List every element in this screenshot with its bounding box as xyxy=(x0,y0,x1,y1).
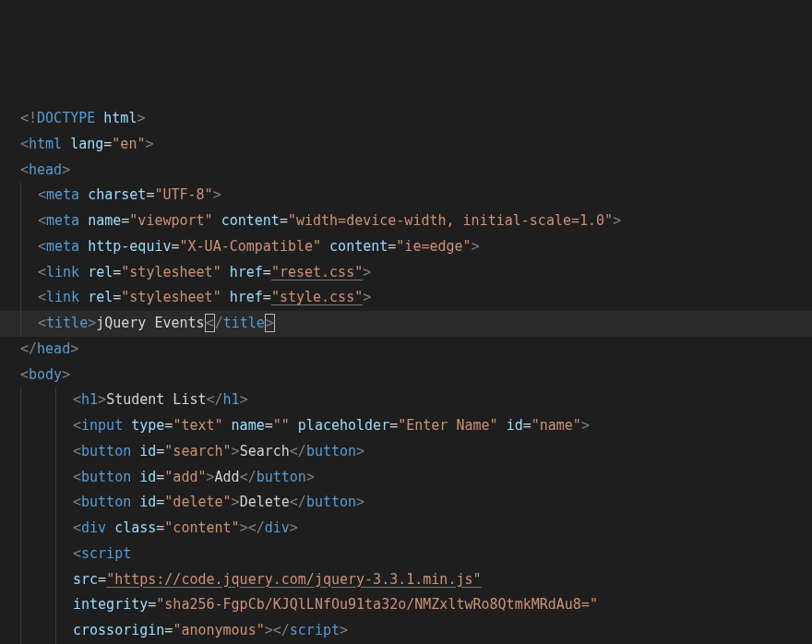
code-text xyxy=(290,417,298,434)
string-literal: "anonymous" xyxy=(173,622,264,638)
code-line-7[interactable]: <link rel="stylesheet" href="reset.css"> xyxy=(0,260,812,286)
angle-bracket: < xyxy=(290,443,298,459)
angle-bracket: > xyxy=(98,391,106,408)
angle-bracket: > xyxy=(62,366,70,383)
code-text: = xyxy=(280,212,288,229)
code-line-19[interactable]: src="https://code.jquery.com/jquery-3.3.… xyxy=(0,567,812,593)
angle-bracket: > xyxy=(240,391,248,408)
attr-name: class xyxy=(114,519,156,536)
string-literal: "style.css" xyxy=(271,289,363,305)
code-text: = xyxy=(172,238,180,255)
indent-guide xyxy=(55,567,56,593)
code-line-17[interactable]: <div class="content"></div> xyxy=(0,516,812,542)
indent-guide xyxy=(55,490,56,516)
attr-name: href xyxy=(230,264,263,280)
code-text xyxy=(79,186,88,203)
code-line-21[interactable]: crossorigin="anonymous"></script> xyxy=(0,618,812,644)
attr-name: id xyxy=(139,469,156,485)
angle-bracket: / xyxy=(215,391,223,408)
string-literal: "content" xyxy=(164,519,239,536)
indent-guide xyxy=(20,388,21,413)
code-text: = xyxy=(388,238,396,255)
attr-name: html xyxy=(103,110,137,126)
code-text: jQuery Events xyxy=(96,315,204,331)
tag-name: meta xyxy=(46,186,79,203)
code-line-10[interactable]: </head> xyxy=(0,337,812,363)
code-line-6[interactable]: <meta http-equiv="X-UA-Compatible" conte… xyxy=(0,234,812,260)
string-literal: "" xyxy=(273,417,290,434)
code-text xyxy=(123,417,131,434)
code-text xyxy=(131,443,139,459)
code-text: = xyxy=(156,469,164,485)
code-editor[interactable]: <!DOCTYPE html><html lang="en"><head><me… xyxy=(0,106,812,644)
code-line-2[interactable]: <html lang="en"> xyxy=(0,132,812,158)
angle-bracket: > xyxy=(240,519,248,536)
code-line-15[interactable]: <button id="add">Add</button> xyxy=(0,465,812,491)
angle-bracket: / xyxy=(298,443,306,459)
string-literal: "reset.css" xyxy=(271,264,363,280)
code-line-11[interactable]: <body> xyxy=(0,363,812,388)
code-text: = xyxy=(265,417,273,434)
attr-name: id xyxy=(507,417,523,434)
string-literal: "UTF-8" xyxy=(154,186,212,203)
tag-name: button xyxy=(81,494,131,510)
code-line-3[interactable]: <head> xyxy=(0,158,812,184)
string-literal: "search" xyxy=(164,443,231,459)
tag-name: div xyxy=(81,519,106,536)
angle-bracket: > xyxy=(137,110,145,126)
string-literal: "stylesheet" xyxy=(121,264,221,280)
angle-bracket: < xyxy=(20,340,29,357)
angle-bracket: > xyxy=(70,340,78,357)
angle-bracket: > xyxy=(363,289,371,305)
angle-bracket: < xyxy=(73,545,81,562)
string-literal: "add" xyxy=(164,469,206,485)
code-line-20[interactable]: integrity="sha256-FgpCb/KJQlLNfOu91ta32o… xyxy=(0,592,812,618)
code-line-16[interactable]: <button id="delete">Delete</button> xyxy=(0,490,812,516)
indent-guide xyxy=(55,618,56,644)
code-text xyxy=(79,238,88,255)
angle-bracket: / xyxy=(257,519,265,536)
attr-name: name xyxy=(88,212,121,229)
indent-guide xyxy=(20,490,21,516)
tag-name: h1 xyxy=(223,391,240,408)
code-line-4[interactable]: <meta charset="UTF-8"> xyxy=(0,183,812,209)
attr-name: src xyxy=(73,571,98,588)
code-text: Delete xyxy=(240,494,290,510)
angle-bracket: > xyxy=(290,519,298,536)
code-text xyxy=(79,264,88,280)
attr-name: placeholder xyxy=(298,417,389,434)
code-line-12[interactable]: <h1>Student List</h1> xyxy=(0,388,812,413)
code-line-5[interactable]: <meta name="viewport" content="width=dev… xyxy=(0,209,812,234)
tag-name: div xyxy=(265,519,290,536)
code-text xyxy=(106,519,114,536)
code-line-13[interactable]: <input type="text" name="" placeholder="… xyxy=(0,413,812,439)
tag-name: input xyxy=(81,417,123,434)
string-literal: "Enter Name" xyxy=(398,417,497,434)
attr-name: type xyxy=(131,417,164,434)
tag-name: h1 xyxy=(81,391,98,408)
angle-bracket: > xyxy=(356,494,364,510)
code-line-9[interactable]: <title>jQuery Events</title> xyxy=(0,311,812,337)
angle-bracket: < xyxy=(38,238,46,255)
angle-bracket: > xyxy=(88,315,96,331)
angle-bracket: < xyxy=(38,264,46,280)
string-literal: "delete" xyxy=(164,494,231,510)
code-line-1[interactable]: <!DOCTYPE html> xyxy=(0,106,812,132)
tag-name: link xyxy=(46,264,79,280)
code-text xyxy=(79,212,88,229)
tag-name: meta xyxy=(46,238,79,255)
code-line-14[interactable]: <button id="search">Search</button> xyxy=(0,439,812,465)
string-literal: "width=device-width, initial-scale=1.0" xyxy=(288,212,613,229)
code-text xyxy=(221,289,230,305)
code-line-18[interactable]: <script xyxy=(0,542,812,567)
indent-guide xyxy=(20,516,21,542)
code-text: Student List xyxy=(106,391,206,408)
code-text xyxy=(498,417,507,434)
code-text: = xyxy=(156,494,164,510)
code-text xyxy=(221,264,230,280)
angle-bracket: > xyxy=(581,417,590,434)
string-literal: "stylesheet" xyxy=(121,289,221,305)
angle-bracket: > xyxy=(356,443,364,459)
code-line-8[interactable]: <link rel="stylesheet" href="style.css"> xyxy=(0,285,812,311)
code-text xyxy=(223,417,232,434)
